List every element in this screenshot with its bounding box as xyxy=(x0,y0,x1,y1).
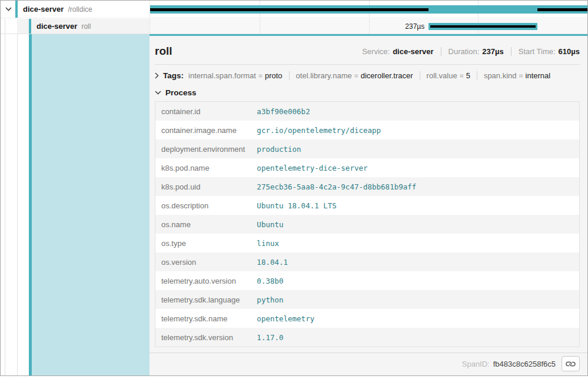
value-cell: a3bf90e006b2 xyxy=(251,102,579,121)
tag-item: internal.span.format = proto xyxy=(188,71,283,80)
key-cell: telemetry.sdk.name xyxy=(155,309,251,328)
span-id-label: SpanID: xyxy=(462,360,490,368)
value-cell: Ubuntu xyxy=(251,215,579,234)
span-row-rolldice[interactable]: dice-server /rolldice xyxy=(1,1,587,18)
value-cell: opentelemetry xyxy=(251,309,579,328)
tags-label: Tags: xyxy=(163,71,184,80)
key-cell: deployment.environment xyxy=(155,139,251,158)
span-name-cell[interactable]: dice-server roll xyxy=(1,19,150,34)
tags-summary: internal.span.format = proto otel.librar… xyxy=(188,71,550,80)
span-meta: Service: dice-server Duration: 237µs Sta… xyxy=(362,47,580,56)
duration-label: 237µs xyxy=(150,19,424,34)
timeline-cell xyxy=(150,1,587,18)
meta-value: dice-server xyxy=(393,47,433,56)
tag-value: internal xyxy=(526,71,551,80)
key-cell: telemetry.sdk.language xyxy=(155,290,251,309)
value-cell: 275ecb36-5aa8-4c2a-9c47-d8bb681b9aff xyxy=(251,177,579,196)
chevron-down-icon[interactable] xyxy=(5,7,12,11)
tag-item: otel.library.name = diceroller.tracer xyxy=(289,71,413,80)
span-operation-name: roll xyxy=(81,22,91,31)
span-bar-roll[interactable] xyxy=(428,23,537,30)
indent-guide xyxy=(17,19,18,375)
key-cell: os.name xyxy=(155,215,251,234)
process-label: Process xyxy=(165,88,197,97)
table-row: os.name Ubuntu xyxy=(155,215,580,234)
value-cell: 1.17.0 xyxy=(251,328,579,347)
span-row-roll[interactable]: dice-server roll 237µs xyxy=(1,19,587,34)
equals-sign: = xyxy=(460,72,464,80)
span-name-cell[interactable]: dice-server /rolldice xyxy=(1,1,150,18)
key-cell: os.type xyxy=(155,234,251,252)
key-cell: os.version xyxy=(155,252,251,271)
process-key-value-table: container.id a3bf90e006b2 container.imag… xyxy=(155,101,580,347)
key-cell: k8s.pod.uid xyxy=(155,177,251,196)
self-time-segment xyxy=(430,25,536,28)
link-icon xyxy=(564,357,577,370)
self-time-segment xyxy=(150,8,428,11)
meta-item: Start Time: 610µs xyxy=(511,47,580,56)
span-color-bar xyxy=(15,1,18,18)
value-cell: opentelemetry-dice-server xyxy=(251,158,579,177)
tag-key: roll.value xyxy=(427,71,457,80)
value-cell: linux xyxy=(251,234,579,252)
deep-link-button[interactable] xyxy=(562,356,580,371)
table-row: telemetry.auto.version 0.38b0 xyxy=(155,271,580,290)
tag-key: otel.library.name xyxy=(296,71,352,80)
span-id-value: fb483c8c6258f6c5 xyxy=(493,360,556,368)
equals-sign: = xyxy=(519,72,523,80)
process-toggle-row[interactable]: Process xyxy=(155,82,580,101)
key-cell: k8s.pod.name xyxy=(155,158,251,177)
key-cell: container.image.name xyxy=(155,121,251,139)
indent-guide xyxy=(5,19,5,375)
trace-timeline-view: dice-server /rolldice dice-server roll 2… xyxy=(0,0,588,376)
span-service-name: dice-server xyxy=(23,5,64,14)
equals-sign: = xyxy=(258,72,263,80)
detail-row-highlight xyxy=(32,34,150,375)
table-row: telemetry.sdk.language python xyxy=(155,290,580,309)
span-bar-rolldice[interactable] xyxy=(150,5,587,14)
value-cell: 0.38b0 xyxy=(251,271,579,290)
table-row: container.image.name gcr.io/opentelemetr… xyxy=(155,121,580,139)
table-row: os.type linux xyxy=(155,234,580,252)
key-cell: telemetry.sdk.version xyxy=(155,328,251,347)
span-color-bar xyxy=(29,19,31,34)
meta-value: 237µs xyxy=(482,47,503,56)
span-service-name: dice-server xyxy=(36,22,77,31)
value-cell: gcr.io/opentelemetry/diceapp xyxy=(251,121,579,139)
meta-item: Service: dice-server xyxy=(362,47,433,56)
value-cell: Ubuntu 18.04.1 LTS xyxy=(251,196,579,215)
tag-value: 5 xyxy=(466,71,470,80)
meta-label: Duration: xyxy=(449,47,480,56)
chevron-right-icon[interactable] xyxy=(155,72,159,79)
table-row: os.description Ubuntu 18.04.1 LTS xyxy=(155,196,580,215)
tag-value: proto xyxy=(265,71,283,80)
meta-item: Duration: 237µs xyxy=(441,47,504,56)
tag-item: span.kind = internal xyxy=(477,71,550,80)
span-id-footer: SpanID: fb483c8c6258f6c5 xyxy=(155,353,580,374)
table-row: os.version 18.04.1 xyxy=(155,252,580,271)
table-row: k8s.pod.uid 275ecb36-5aa8-4c2a-9c47-d8bb… xyxy=(155,177,580,196)
value-cell: 18.04.1 xyxy=(251,252,579,271)
span-title: roll xyxy=(155,45,172,58)
span-detail-panel: roll Service: dice-server Duration: 237µ… xyxy=(150,34,587,375)
key-cell: container.id xyxy=(155,102,251,121)
table-row: deployment.environment production xyxy=(155,139,580,158)
table-row: container.id a3bf90e006b2 xyxy=(155,102,580,121)
tag-value: diceroller.tracer xyxy=(361,71,413,80)
key-cell: os.description xyxy=(155,196,251,215)
key-cell: telemetry.auto.version xyxy=(155,271,251,290)
value-cell: python xyxy=(251,290,579,309)
span-operation-name: /rolldice xyxy=(68,5,92,14)
tag-key: span.kind xyxy=(484,71,517,80)
meta-label: Service: xyxy=(362,47,390,56)
self-time-segment xyxy=(537,8,587,11)
table-row: telemetry.sdk.name opentelemetry xyxy=(155,309,580,328)
tags-toggle-row[interactable]: Tags: internal.span.format = proto otel.… xyxy=(155,65,580,82)
equals-sign: = xyxy=(354,72,358,80)
meta-value: 610µs xyxy=(559,47,580,56)
table-row: k8s.pod.name opentelemetry-dice-server xyxy=(155,158,580,177)
value-cell: production xyxy=(251,139,579,158)
chevron-down-icon[interactable] xyxy=(155,91,161,95)
tag-item: roll.value = 5 xyxy=(420,71,470,80)
tag-key: internal.span.format xyxy=(188,71,256,80)
